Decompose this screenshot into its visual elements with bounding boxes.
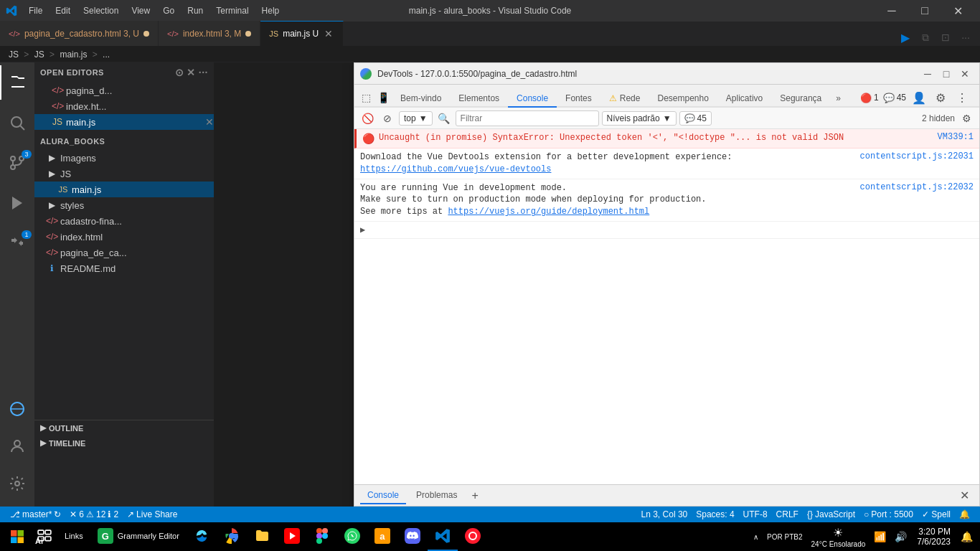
breadcrumb-js2[interactable]: JS xyxy=(34,50,44,60)
menu-go[interactable]: Go xyxy=(157,4,180,17)
error-link[interactable]: VM339:1 xyxy=(938,132,974,142)
project-header[interactable]: ALURA_BOOKS xyxy=(34,133,214,150)
taskbar-grammarly[interactable]: G Grammarly Editor xyxy=(90,522,187,551)
encoding[interactable]: UTF-8 xyxy=(739,507,772,522)
file-readme[interactable]: ℹ README.md xyxy=(34,260,214,276)
menu-help[interactable]: Help xyxy=(256,4,286,17)
network-icon[interactable]: 📶 xyxy=(870,522,890,551)
tab-close-button[interactable]: ✕ xyxy=(323,28,334,39)
spaces[interactable]: Spaces: 4 xyxy=(692,507,738,522)
extensions-button[interactable]: 1 xyxy=(0,226,34,260)
language[interactable]: {} JavaScript xyxy=(803,507,859,522)
taskbar-edge[interactable] xyxy=(187,522,217,551)
log-levels-selector[interactable]: Níveis padrão ▼ xyxy=(602,111,677,126)
tab-main-js[interactable]: JS main.js U ✕ xyxy=(260,21,344,46)
close-button[interactable]: ✕ xyxy=(941,0,974,22)
console-settings-button[interactable]: ⚙ xyxy=(958,110,975,127)
tab-rede[interactable]: ⚠ Rede xyxy=(600,90,649,108)
breadcrumb-js1[interactable]: JS xyxy=(9,50,19,60)
account-button[interactable] xyxy=(0,429,34,463)
split-editor-button[interactable]: ⧉ xyxy=(917,29,934,46)
taskbar-chrome[interactable] xyxy=(217,522,247,551)
search-button[interactable] xyxy=(0,105,34,140)
add-panel-button[interactable]: + xyxy=(467,488,482,504)
taskbar-vscode[interactable] xyxy=(428,522,458,551)
menu-run[interactable]: Run xyxy=(182,4,209,17)
message-badge[interactable]: 💬 45 xyxy=(679,111,712,126)
folder-js[interactable]: ▶ JS xyxy=(34,166,214,182)
contentscript-link-2[interactable]: contentscript.js:22032 xyxy=(860,182,974,192)
bottom-tab-problemas[interactable]: Problemas xyxy=(409,487,464,504)
devtools-inspect-button[interactable]: ⬚ xyxy=(357,89,374,106)
menu-selection[interactable]: Selection xyxy=(77,4,124,17)
devtools-minimize[interactable]: ─ xyxy=(919,65,936,83)
taskbar-discord[interactable] xyxy=(397,522,428,551)
file-mainjs[interactable]: JS main.js xyxy=(34,182,214,197)
clock[interactable]: 3:20 PM 7/6/2023 xyxy=(911,522,956,551)
timeline-section[interactable]: ▶ TIMELINE xyxy=(34,435,214,451)
error-warning-count[interactable]: ✕ 6 ⚠ 12 ℹ 2 xyxy=(65,507,123,522)
menu-view[interactable]: View xyxy=(126,4,156,17)
no-filter-button[interactable]: ⊘ xyxy=(379,110,396,127)
clear-console-button[interactable]: 🚫 xyxy=(359,110,376,127)
system-tray-icons[interactable]: ∧ xyxy=(749,522,763,551)
notifications-icon[interactable]: 🔔 xyxy=(955,507,974,522)
close-all-icon[interactable]: ✕ xyxy=(187,67,196,78)
taskbar-whatsapp[interactable] xyxy=(337,522,367,551)
close-panel-button[interactable]: ✕ xyxy=(956,487,974,504)
folder-imagens[interactable]: ▶ Imagens xyxy=(34,150,214,166)
taskbar-amazon[interactable]: a xyxy=(367,522,397,551)
keyboard-layout[interactable]: POR PTB2 xyxy=(763,522,806,551)
folder-styles[interactable]: ▶ styles xyxy=(34,197,214,213)
close-editor-main[interactable]: ✕ xyxy=(205,116,214,128)
menu-file[interactable]: File xyxy=(23,4,48,17)
tab-fontes[interactable]: Fontes xyxy=(557,90,600,108)
notification-button[interactable]: 🔔 xyxy=(956,522,977,551)
tab-index-html[interactable]: </> index.html 3, M xyxy=(159,21,260,46)
devtools-settings-btn[interactable]: ⚙ xyxy=(932,89,949,106)
tab-seguranca[interactable]: Segurança xyxy=(771,90,830,108)
devtools-more-tabs[interactable]: » xyxy=(830,90,847,106)
breadcrumb-ellipsis[interactable]: ... xyxy=(103,50,110,60)
devtools-profile-button[interactable]: 👤 xyxy=(910,89,928,106)
taskbar-links[interactable]: Links xyxy=(57,522,90,551)
devtools-close[interactable]: ✕ xyxy=(956,65,974,83)
tab-bem-vindo[interactable]: Bem-vindo xyxy=(392,90,450,108)
filter-type-button[interactable]: 🔍 xyxy=(435,110,453,127)
open-editors-header[interactable]: OPEN EDITORS ⊙ ✕ ··· xyxy=(34,62,214,83)
bottom-tab-console[interactable]: Console xyxy=(360,487,406,504)
contentscript-link-1[interactable]: contentscript.js:22031 xyxy=(860,151,974,161)
start-button[interactable] xyxy=(3,522,32,551)
outline-section[interactable]: ▶ OUTLINE xyxy=(34,420,214,435)
port[interactable]: ○ Port : 5500 xyxy=(859,507,918,522)
taskbar-youtube[interactable] xyxy=(277,522,307,551)
explorer-button[interactable] xyxy=(0,65,34,100)
editor-layout-button[interactable]: ⊡ xyxy=(937,29,954,46)
live-share[interactable]: ↗ Live Share xyxy=(123,507,182,522)
tab-aplicativo[interactable]: Aplicativo xyxy=(717,90,771,108)
minimize-button[interactable]: ─ xyxy=(875,0,908,22)
devtools-more-options[interactable]: ⋮ xyxy=(953,89,971,106)
tab-pagina-cadastro[interactable]: </> pagina_de_cadastro.html 3, U xyxy=(0,21,159,46)
more-actions-button[interactable]: ··· xyxy=(957,29,974,46)
open-editor-pagina[interactable]: </> pagina_d... ✕ xyxy=(34,83,214,98)
weather-widget[interactable]: ☀ 24°C Ensolarado xyxy=(807,522,870,551)
devtools-maximize[interactable]: □ xyxy=(938,65,955,83)
tab-console[interactable]: Console xyxy=(508,90,557,108)
vuejs-deployment-link[interactable]: https://vuejs.org/guide/deployment.html xyxy=(448,207,649,217)
run-button[interactable]: ▶ xyxy=(897,29,914,46)
run-debug-button[interactable] xyxy=(0,186,34,220)
taskbar-opera[interactable] xyxy=(458,522,488,551)
tab-elementos[interactable]: Elementos xyxy=(450,90,508,108)
open-editor-main[interactable]: JS main.js ✕ xyxy=(34,114,214,130)
file-index[interactable]: </> index.html xyxy=(34,229,214,245)
open-editor-index[interactable]: </> index.ht... ✕ xyxy=(34,98,214,114)
spell[interactable]: ✓ Spell xyxy=(918,507,955,522)
file-cadastro[interactable]: </> cadastro-fina... xyxy=(34,213,214,229)
vue-devtools-link[interactable]: https://github.com/vuejs/vue-devtools xyxy=(360,164,856,176)
breadcrumb-mainjs[interactable]: main.js xyxy=(60,50,87,60)
context-selector[interactable]: top ▼ xyxy=(399,111,433,126)
menu-edit[interactable]: Edit xyxy=(50,4,76,17)
more-icon[interactable]: ··· xyxy=(199,67,208,78)
remote-button[interactable] xyxy=(0,392,34,426)
